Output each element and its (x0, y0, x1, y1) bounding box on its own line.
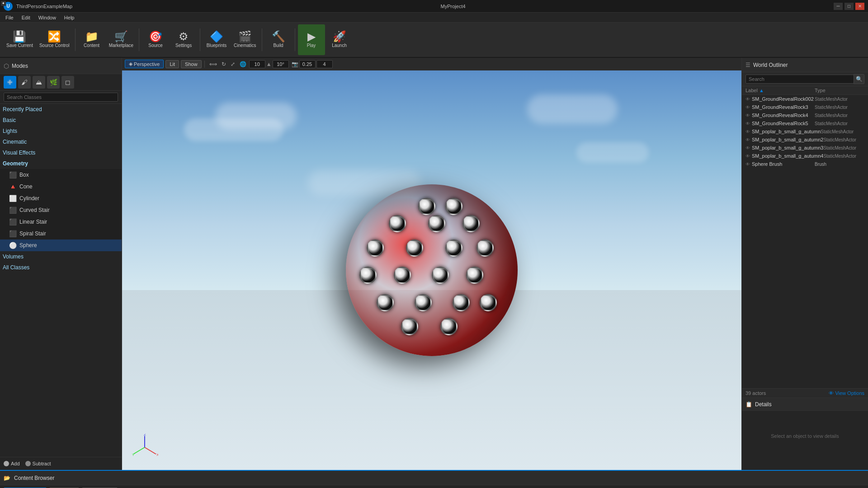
visibility-icon[interactable]: 👁 (745, 162, 750, 167)
table-row[interactable]: 👁 SM_GroundRevealRock4 StaticMeshActor (742, 111, 868, 119)
menu-edit[interactable]: Edit (18, 14, 34, 21)
eye-dot (394, 267, 411, 284)
details-empty-message: Select an object to view details (742, 424, 868, 448)
menu-window[interactable]: Window (35, 14, 60, 21)
table-row[interactable]: 👁 SM_poplar_b_small_g_autumn4 StaticMesh… (742, 152, 868, 160)
category-visual-effects[interactable]: Visual Effects (0, 147, 122, 158)
settings-icon: ⚙ (179, 31, 189, 42)
mode-place[interactable]: ✙ (4, 76, 16, 89)
mode-paint[interactable]: 🖌 (18, 76, 31, 89)
sphere-label: Sphere (19, 242, 37, 249)
content-browser-title: Content Browser (14, 475, 54, 481)
content-button[interactable]: 📁 Content (78, 24, 105, 55)
eye-dot (445, 239, 462, 257)
world-outliner-list: 👁 SM_GroundRevealRock002 StaticMeshActor… (742, 95, 868, 388)
eyeball-sphere-object[interactable] (346, 184, 518, 356)
visibility-icon[interactable]: 👁 (745, 154, 750, 159)
launch-button[interactable]: 🚀 Launch (326, 24, 353, 55)
actor-type: StaticMeshActor (823, 154, 864, 159)
geometry-sphere[interactable]: ⚪ Sphere (0, 239, 122, 251)
marketplace-button[interactable]: 🛒 Marketplace (106, 24, 136, 55)
viewport-controls: ⟺ ↻ ⤢ 🌐 10 ▲ 10° 📷 0.25 4 (208, 60, 333, 68)
table-row[interactable]: 👁 SM_GroundRevealRock5 StaticMeshActor (742, 119, 868, 127)
table-row[interactable]: 👁 Sphere Brush Brush (742, 160, 868, 168)
mode-geometry[interactable]: ◻ (61, 76, 74, 89)
geometry-cone[interactable]: 🔺 Cone (0, 181, 122, 192)
cloud-4 (576, 142, 649, 163)
visibility-icon[interactable]: 👁 (745, 137, 750, 142)
cone-icon: 🔺 (9, 183, 17, 190)
world-icon[interactable]: 🌐 (238, 60, 248, 68)
lit-button[interactable]: Lit (165, 60, 179, 68)
table-row[interactable]: 👁 SM_poplar_b_small_g_autumn3 StaticMesh… (742, 144, 868, 152)
search-classes-input[interactable] (4, 93, 118, 102)
table-row[interactable]: 👁 SM_poplar_b_small_g_autumn StaticMeshA… (742, 127, 868, 136)
viewport-canvas[interactable]: X Y Z (122, 70, 741, 470)
category-recently-placed[interactable]: Recently Placed (0, 104, 122, 115)
category-all-classes[interactable]: All Classes (0, 262, 122, 273)
num-value[interactable]: 4 (316, 60, 333, 68)
source-button[interactable]: 🎯 Source (142, 24, 169, 55)
blueprints-label: Blueprints (207, 43, 226, 48)
menu-help[interactable]: Help (61, 14, 78, 21)
category-cinematic[interactable]: Cinematic (0, 136, 122, 147)
angle-value[interactable]: 10° (273, 60, 289, 68)
geometry-cylinder[interactable]: ⬜ Cylinder (0, 192, 122, 204)
axes-indicator: X Y Z (131, 434, 158, 461)
world-outliner-search-button[interactable]: 🔍 (854, 74, 864, 84)
minimize-button[interactable]: ─ (834, 3, 843, 10)
geometry-box[interactable]: ⬛ Box (0, 169, 122, 181)
grid-value[interactable]: 10 (249, 60, 265, 68)
project-title: ThirdPersonExampleMap (16, 4, 72, 9)
modes-panel-icon: ⬡ (4, 62, 9, 70)
table-row[interactable]: 👁 SM_GroundRevealRock3 StaticMeshActor (742, 103, 868, 111)
visibility-icon[interactable]: 👁 (745, 105, 750, 110)
category-volumes[interactable]: Volumes (0, 251, 122, 262)
brush-add[interactable]: Add (4, 461, 20, 466)
source-icon: 🎯 (149, 31, 162, 42)
details-title: Details (755, 401, 772, 408)
category-basic[interactable]: Basic (0, 115, 122, 126)
cloud-2 (184, 118, 283, 141)
settings-button[interactable]: ⚙ Settings (170, 24, 197, 55)
geometry-curved-stair[interactable]: ⬛ Curved Stair (0, 204, 122, 216)
translate-icon[interactable]: ⟺ (208, 60, 219, 68)
category-geometry[interactable]: Geometry (0, 158, 122, 169)
view-options-link[interactable]: 👁 View Options (829, 390, 864, 396)
launch-icon: 🚀 (333, 31, 346, 42)
scale-icon[interactable]: ⤢ (229, 60, 237, 68)
eye-dot (359, 267, 377, 284)
world-outliner-search-input[interactable] (745, 75, 854, 84)
blueprints-button[interactable]: 🔷 Blueprints (203, 24, 230, 55)
visibility-icon[interactable]: 👁 (745, 97, 750, 102)
close-button[interactable]: ✕ (855, 3, 864, 10)
visibility-icon[interactable]: 👁 (745, 121, 750, 126)
cinematics-button[interactable]: 🎬 Cinematics (231, 24, 259, 55)
eye-dot (428, 215, 445, 232)
visibility-icon[interactable]: 👁 (745, 113, 750, 118)
table-row[interactable]: 👁 SM_GroundRevealRock002 StaticMeshActor (742, 95, 868, 103)
source-control-button[interactable]: 🔀 Source Control (37, 24, 72, 55)
geometry-linear-stair[interactable]: ⬛ Linear Stair (0, 216, 122, 228)
play-button[interactable]: ▶ Play (298, 24, 325, 55)
save-current-button[interactable]: 💾 Save Current (4, 24, 36, 55)
category-lights[interactable]: Lights (0, 126, 122, 136)
world-outliner-columns: Label ▲ Type (742, 86, 868, 95)
scale-value[interactable]: 0.25 (299, 60, 316, 68)
rotate-icon[interactable]: ↻ (220, 60, 228, 68)
geometry-items-group: ⬛ Box 🔺 Cone ⬜ Cylinder ⬛ Curved Stair ⬛ (0, 169, 122, 251)
visibility-icon[interactable]: 👁 (745, 129, 750, 134)
build-button[interactable]: 🔨 Build (265, 24, 292, 55)
table-row[interactable]: 👁 SM_poplar_b_small_g_autumn2 StaticMesh… (742, 136, 868, 144)
mode-landscape[interactable]: ⛰ (33, 76, 45, 89)
geometry-spiral-stair[interactable]: ⬛ Spiral Stair (0, 228, 122, 239)
maximize-button[interactable]: □ (844, 3, 854, 10)
brush-subtract[interactable]: Subtract (25, 461, 51, 466)
mode-foliage[interactable]: 🌿 (47, 76, 60, 89)
source-control-label: Source Control (39, 43, 70, 48)
svg-text:X: X (156, 453, 158, 457)
menu-file[interactable]: File (2, 14, 17, 21)
visibility-icon[interactable]: 👁 (745, 145, 750, 150)
perspective-button[interactable]: ◈ Perspective (125, 60, 164, 68)
show-button[interactable]: Show (181, 60, 202, 68)
